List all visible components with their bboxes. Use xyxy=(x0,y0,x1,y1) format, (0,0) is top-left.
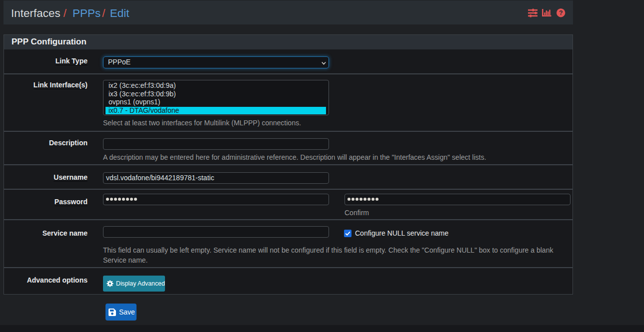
svg-text:?: ? xyxy=(559,9,563,16)
